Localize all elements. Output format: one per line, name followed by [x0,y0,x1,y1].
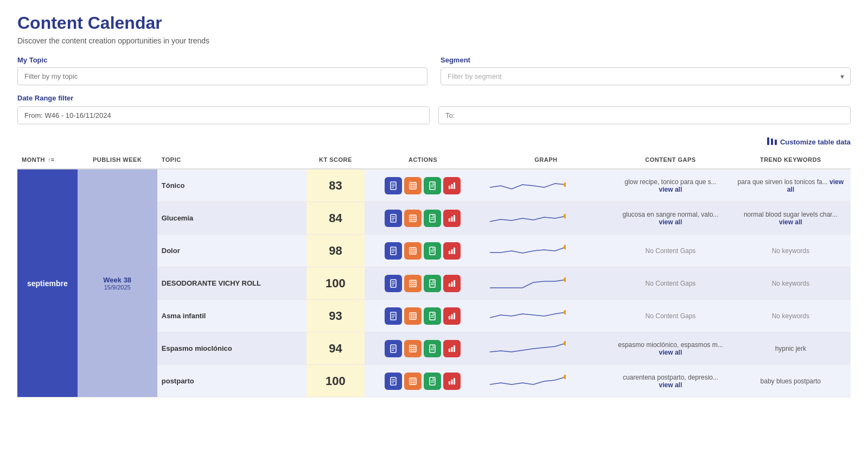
trend-keywords-cell: baby blues postparto [731,365,851,398]
action-chart-btn[interactable] [443,307,461,325]
action-table-btn[interactable] [404,373,422,390]
svg-rect-39 [410,248,416,254]
graph-cell [481,235,610,267]
actions-cell [365,169,482,202]
action-file-btn[interactable] [424,210,441,227]
svg-rect-112 [451,380,453,384]
action-document-btn[interactable] [385,210,402,227]
svg-rect-32 [451,217,453,222]
page-title: Content Calendar [17,13,851,33]
no-content-gaps: No Content Gaps [646,312,696,320]
action-document-btn[interactable] [385,177,402,194]
actions-cell [365,365,482,398]
trend-keywords-cell: hypnic jerk [731,332,851,365]
graph-cell [481,267,610,300]
date-range-label: Date Range filter [17,94,851,102]
action-table-btn[interactable] [404,340,422,357]
no-keywords: No keywords [772,247,809,255]
graph-cell [481,332,610,365]
col-actions: ACTIONS [365,151,482,169]
svg-rect-55 [410,280,416,287]
actions-cell [365,202,482,235]
action-chart-btn[interactable] [443,340,461,357]
trend-keywords-cell: No keywords [731,235,851,267]
topic-cell: Glucemia [157,202,307,235]
segment-select[interactable]: Filter by segment [441,67,851,85]
action-table-btn[interactable] [404,275,422,292]
graph-cell [481,365,610,398]
svg-rect-92 [430,345,435,352]
customize-icon [767,137,777,147]
action-table-btn[interactable] [404,242,422,260]
svg-rect-60 [430,280,435,287]
trend-keywords-text: baby blues postparto [761,377,821,385]
col-kt-score: KT SCORE [307,151,364,169]
action-file-btn[interactable] [424,275,441,292]
svg-rect-108 [430,377,435,385]
date-from-input[interactable] [17,106,430,124]
content-gaps-viewall[interactable]: view all [659,186,682,193]
content-gaps-viewall[interactable]: view all [659,349,682,356]
action-file-btn[interactable] [424,373,441,390]
action-document-btn[interactable] [385,242,402,260]
segment-label: Segment [441,56,851,64]
month-cell: septiembre [17,169,78,398]
action-chart-btn[interactable] [443,210,461,227]
score-cell: 84 [307,202,364,235]
action-table-btn[interactable] [404,307,422,325]
action-file-btn[interactable] [424,242,441,260]
action-document-btn[interactable] [385,340,402,357]
content-table: MONTH ↑= PUBLISH WEEK TOPIC KT SCORE ACT… [17,151,851,398]
action-chart-btn[interactable] [443,275,461,292]
action-file-btn[interactable] [424,340,441,357]
content-gaps-cell: glow recipe, tonico para que s... view a… [610,169,730,202]
svg-rect-23 [410,215,416,222]
svg-rect-7 [410,182,416,189]
week-date: 15/9/2025 [78,284,157,291]
svg-rect-103 [410,378,416,384]
week-label: Week 38 [78,276,157,284]
svg-rect-71 [410,313,416,319]
content-gaps-viewall[interactable]: view all [659,218,682,226]
topic-cell: DESODORANTE VICHY ROLL [157,267,307,300]
col-month: MONTH ↑= [17,151,78,169]
action-file-btn[interactable] [424,177,441,194]
content-gaps-cell: No Content Gaps [610,267,730,300]
customize-table-button[interactable]: Customize table data [767,137,851,147]
score-cell: 100 [307,365,364,398]
col-content-gaps: CONTENT GAPS [610,151,730,169]
action-chart-btn[interactable] [443,177,461,194]
graph-cell [481,300,610,332]
action-table-btn[interactable] [404,210,422,227]
svg-rect-96 [451,347,453,352]
svg-rect-81 [454,313,455,319]
score-cell: 100 [307,267,364,300]
svg-rect-16 [451,184,453,189]
trend-keywords-cell: para que sirven los tonicos fa... view a… [731,169,851,202]
no-keywords: No keywords [772,312,809,320]
svg-point-98 [564,341,566,345]
svg-rect-65 [454,280,455,287]
trend-keywords-text: hypnic jerk [775,345,806,352]
svg-rect-87 [410,345,416,352]
topic-cell: Asma infantil [157,300,307,332]
col-publish-week: PUBLISH WEEK [78,151,157,169]
actions-cell [365,332,482,365]
my-topic-input[interactable] [17,67,427,85]
svg-rect-111 [449,381,450,384]
action-chart-btn[interactable] [443,242,461,260]
svg-rect-15 [449,186,450,189]
action-file-btn[interactable] [424,307,441,325]
action-table-btn[interactable] [404,177,422,194]
content-gaps-cell: No Content Gaps [610,300,730,332]
action-document-btn[interactable] [385,373,402,390]
trend-keywords-viewall[interactable]: view all [779,218,802,226]
action-document-btn[interactable] [385,307,402,325]
content-gaps-viewall[interactable]: view all [659,381,682,389]
col-topic: TOPIC [157,151,307,169]
date-to-input[interactable] [438,106,851,124]
no-content-gaps: No Content Gaps [646,247,696,255]
action-document-btn[interactable] [385,275,402,292]
action-chart-btn[interactable] [443,373,461,390]
score-cell: 93 [307,300,364,332]
